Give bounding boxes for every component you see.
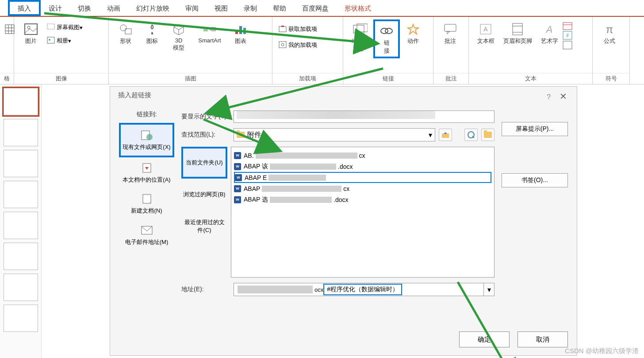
slide-thumbnail-pane[interactable] <box>0 84 42 358</box>
svg-rect-8 <box>47 37 54 43</box>
dialog-close-button[interactable]: ✕ <box>558 91 569 101</box>
bookmark-button[interactable]: 书签(O)... <box>502 173 568 187</box>
file-item[interactable]: WABAP 该.docx <box>234 161 491 172</box>
zoom-button[interactable]: 缩放定 位 <box>347 19 373 55</box>
file-item[interactable]: WABAP E <box>234 172 491 183</box>
tab-view[interactable]: 视图 <box>207 0 236 16</box>
svg-rect-20 <box>279 27 286 32</box>
tab-baidu[interactable]: 百度网盘 <box>294 0 337 16</box>
textbox-icon: A <box>478 21 494 37</box>
dialog-help-button[interactable]: ? <box>541 93 556 101</box>
addins-icon <box>279 41 287 49</box>
browse-web-button[interactable] <box>464 129 478 141</box>
svg-point-44 <box>146 134 153 140</box>
store-icon <box>279 25 287 33</box>
equation-button[interactable]: π公式 <box>596 19 623 47</box>
slide-thumb[interactable] <box>4 212 38 239</box>
word-doc-icon: W <box>234 152 241 159</box>
address-input[interactable]: ocx #程序优化（数据编辑时） <box>234 283 484 296</box>
group-text-label: 文本 <box>469 73 592 84</box>
folder-icon <box>237 132 245 138</box>
linkto-email[interactable]: 电子邮件地址(M) <box>119 220 174 251</box>
chevron-down-icon: ▾ <box>429 131 432 139</box>
linkto-this-document[interactable]: 本文档中的位置(A) <box>119 157 174 188</box>
slide-thumb[interactable] <box>4 305 38 332</box>
tab-record[interactable]: 录制 <box>236 0 265 16</box>
ok-button[interactable]: 确定 <box>459 331 510 347</box>
group-symbols-label: 符号 <box>593 73 629 84</box>
slide-thumb[interactable] <box>4 119 38 146</box>
display-text-label: 要显示的文字(T): <box>181 113 234 121</box>
tab-design[interactable]: 设计 <box>41 0 70 16</box>
svg-rect-29 <box>445 24 456 31</box>
svg-text:A: A <box>545 24 553 35</box>
file-item[interactable]: WAB.cx <box>234 150 491 161</box>
cancel-button[interactable]: 取消 <box>518 331 568 347</box>
svg-rect-0 <box>5 25 14 34</box>
icons-button[interactable]: 图标 <box>139 19 165 47</box>
svg-rect-50 <box>442 133 449 138</box>
tab-help[interactable]: 帮助 <box>265 0 294 16</box>
svg-rect-16 <box>212 27 216 31</box>
insert-hyperlink-dialog: 插入超链接 ? ✕ 链接到: 现有文件或网页(X) 本文档中的位置(A) 新建文… <box>110 86 577 356</box>
shapes-button[interactable]: 形状 <box>112 19 139 47</box>
tab-slideshow[interactable]: 幻灯片放映 <box>128 0 177 16</box>
myaddins-button[interactable]: 我的加载项 <box>276 40 320 50</box>
slide-thumb[interactable] <box>4 274 38 301</box>
wordart-icon: A <box>541 21 557 37</box>
screenshot-button[interactable]: 屏幕截图 ▾ <box>44 22 85 33</box>
tab-review[interactable]: 审阅 <box>177 0 207 16</box>
wordart-button[interactable]: A艺术字 <box>536 19 563 47</box>
slide-thumb[interactable] <box>4 243 38 270</box>
browse-file-button[interactable] <box>481 129 494 141</box>
svg-rect-41 <box>563 41 572 49</box>
tab-shape-format[interactable]: 形状格式 <box>337 0 379 16</box>
group-comments-label: 批注 <box>433 73 468 84</box>
slidenum-icon[interactable]: # <box>563 31 573 41</box>
datetime-icon[interactable] <box>563 21 573 31</box>
textbox-button[interactable]: A文本框 <box>472 19 499 47</box>
address-label: 地址(E): <box>181 286 234 293</box>
zoom-icon <box>352 21 368 37</box>
scope-recent-files[interactable]: 最近使用过的文件(C) <box>181 210 227 242</box>
object-icon[interactable] <box>563 41 573 50</box>
svg-point-10 <box>120 25 126 31</box>
comment-button[interactable]: 批注 <box>437 19 464 47</box>
group-images-label: 图像 <box>14 73 108 84</box>
scope-browsed-pages[interactable]: 浏览过的网页(B) <box>181 179 227 210</box>
svg-rect-5 <box>25 24 37 34</box>
chart-button[interactable]: 图表 <box>227 19 254 47</box>
icons-icon <box>144 21 160 37</box>
slide-thumb[interactable] <box>4 181 38 208</box>
pictures-button[interactable]: 图片 <box>18 19 44 47</box>
tab-transition[interactable]: 切换 <box>70 0 99 16</box>
3dmodel-button[interactable]: 3D 模型 <box>165 19 192 53</box>
linkto-new-document[interactable]: 新建文档(N) <box>119 188 174 219</box>
tab-insert[interactable]: 插入 <box>8 0 41 16</box>
headerfooter-button[interactable]: 页眉和页脚 <box>499 19 536 47</box>
linkto-existing-file[interactable]: 现有文件或网页(X) <box>119 123 174 157</box>
file-item[interactable]: WABAP 选.docx <box>234 194 491 205</box>
svg-marker-28 <box>408 24 418 34</box>
smartart-button[interactable]: SmartArt <box>192 19 227 46</box>
address-dropdown-button[interactable]: ▾ <box>484 283 494 296</box>
display-text-input[interactable] <box>234 110 494 123</box>
word-doc-icon: W <box>234 196 241 203</box>
screentip-button[interactable]: 屏幕提示(P)... <box>502 122 568 136</box>
album-button[interactable]: 相册 ▾ <box>44 35 85 46</box>
up-folder-button[interactable] <box>439 129 452 141</box>
svg-point-23 <box>281 43 284 46</box>
dialog-title: 插入超链接 <box>118 91 151 102</box>
slide-thumb[interactable] <box>4 150 38 177</box>
lookfor-dropdown[interactable]: 附件 ▾ <box>234 128 435 141</box>
scope-current-folder[interactable]: 当前文件夹(U) <box>181 147 227 179</box>
file-list[interactable]: WAB.cx WABAP 该.docx WABAP E WABAPcx WABA… <box>231 147 494 278</box>
linkto-label: 链接到: <box>119 110 174 118</box>
slide-thumb[interactable] <box>4 88 38 115</box>
link-button[interactable]: 链 接 <box>373 19 400 58</box>
pi-icon: π <box>602 21 617 37</box>
action-button[interactable]: 动作 <box>400 19 426 47</box>
file-item[interactable]: WABAPcx <box>234 183 491 194</box>
getaddins-button[interactable]: 获取加载项 <box>276 24 320 34</box>
tab-animation[interactable]: 动画 <box>99 0 128 16</box>
